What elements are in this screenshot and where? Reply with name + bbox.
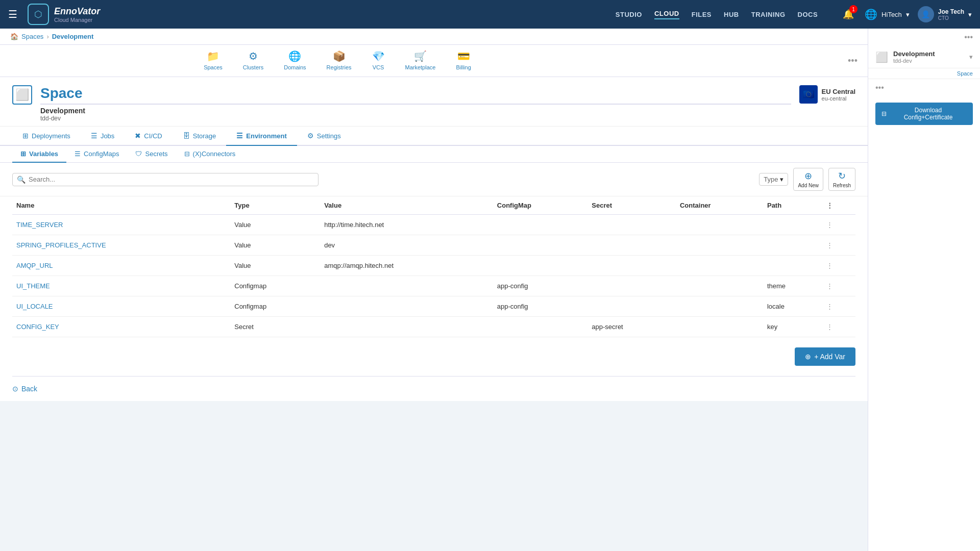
space-icon-clusters[interactable]: ⚙ Clusters	[233, 45, 274, 77]
tab-environment-label: Environment	[246, 132, 286, 140]
table-toolbar: 🔍 Type ▾ ⊕ Add New ↻ Refresh	[0, 163, 868, 196]
download-icon: ⊟	[881, 110, 887, 117]
cell-name[interactable]: UI_LOCALE	[12, 296, 230, 317]
space-icon-marketplace[interactable]: 🛒 Marketplace	[395, 45, 446, 77]
right-panel: ••• ⬜ Development tdd-dev ▾ Space ••• ⊟ …	[868, 29, 980, 401]
cell-path: key	[763, 317, 822, 337]
cell-menu[interactable]: ⋮	[822, 296, 855, 317]
user-menu[interactable]: 👤 Joe Tech CTO ▾	[918, 6, 972, 22]
breadcrumb-current[interactable]: Development	[52, 33, 94, 40]
table-row: TIME_SERVER Value http://time.hitech.net…	[12, 215, 855, 235]
search-input[interactable]	[29, 176, 314, 183]
col-menu[interactable]: ⋮	[822, 196, 855, 215]
add-new-label: Add New	[798, 183, 819, 188]
cell-configmap	[493, 235, 587, 256]
cell-value: dev	[320, 235, 493, 256]
cell-path: theme	[763, 276, 822, 296]
add-new-icon: ⊕	[804, 170, 812, 182]
cell-menu[interactable]: ⋮	[822, 317, 855, 337]
cell-menu[interactable]: ⋮	[822, 215, 855, 235]
tab-jobs[interactable]: ☰ Jobs	[81, 127, 125, 146]
cell-configmap	[493, 256, 587, 276]
subtab-variables[interactable]: ⊞ Variables	[12, 146, 66, 163]
right-panel-chevron-icon[interactable]: ▾	[969, 53, 973, 61]
table-header-row: Name Type Value ConfigMap Secret Contain…	[12, 196, 855, 215]
cell-type: Configmap	[230, 276, 320, 296]
cell-configmap: app-config	[493, 296, 587, 317]
subtab-configmaps-label: ConfigMaps	[84, 150, 119, 158]
table-row: UI_LOCALE Configmap app-config locale ⋮	[12, 296, 855, 317]
space-icon-registries[interactable]: 📦 Registries	[316, 45, 362, 77]
space-icon-vcs[interactable]: 💎 VCS	[362, 45, 395, 77]
notification-button[interactable]: 🔔 1	[840, 6, 856, 22]
logo-text: EnnoVator Cloud Manager	[54, 6, 100, 23]
space-title: Space	[40, 85, 791, 105]
refresh-icon: ↻	[838, 170, 846, 182]
tab-deployments[interactable]: ⊞ Deployments	[12, 127, 81, 146]
cell-menu[interactable]: ⋮	[822, 276, 855, 296]
right-panel-side-dots[interactable]: •••	[868, 79, 980, 96]
breadcrumb-separator: ›	[46, 33, 48, 40]
cell-name[interactable]: TIME_SERVER	[12, 215, 230, 235]
breadcrumb-spaces[interactable]: Spaces	[21, 33, 43, 40]
right-panel-dots[interactable]: •••	[868, 29, 980, 46]
subtab-secrets[interactable]: 🛡 Secrets	[127, 146, 176, 163]
col-configmap: ConfigMap	[493, 196, 587, 215]
hamburger-icon[interactable]: ☰	[8, 8, 17, 20]
cell-secret	[587, 256, 676, 276]
domains-label: Domains	[284, 64, 306, 70]
tab-storage[interactable]: 🗄 Storage	[173, 127, 227, 146]
nav-right: 🔔 1 🌐 HiTech ▾ 👤 Joe Tech CTO ▾	[840, 6, 972, 22]
space-icon-billing[interactable]: 💳 Billing	[446, 45, 481, 77]
cell-name[interactable]: SPRING_PROFILES_ACTIVE	[12, 235, 230, 256]
space-icon-domains[interactable]: 🌐 Domains	[274, 45, 316, 77]
space-icon-spaces[interactable]: 📁 Spaces	[193, 45, 233, 77]
tab-cicd[interactable]: ✖ CI/CD	[125, 127, 172, 146]
clusters-label: Clusters	[243, 64, 263, 70]
cell-name[interactable]: UI_THEME	[12, 276, 230, 296]
cell-value	[320, 296, 493, 317]
download-config-button[interactable]: ⊟ Download Config+Certificate	[875, 103, 973, 125]
cell-value: amqp://amqp.hitech.net	[320, 256, 493, 276]
subtab-configmaps[interactable]: ☰ ConfigMaps	[66, 146, 127, 163]
vcs-label: VCS	[373, 64, 384, 70]
cell-menu[interactable]: ⋮	[822, 235, 855, 256]
right-panel-space-name: Development	[893, 50, 935, 58]
cell-secret	[587, 296, 676, 317]
cell-name[interactable]: AMQP_URL	[12, 256, 230, 276]
variables-icon: ⊞	[20, 150, 26, 158]
cell-container	[676, 256, 763, 276]
nav-training[interactable]: TRAINING	[751, 11, 786, 18]
col-secret: Secret	[587, 196, 676, 215]
cell-type: Value	[230, 235, 320, 256]
type-dropdown[interactable]: Type ▾	[759, 173, 788, 186]
nav-docs[interactable]: DOCS	[798, 11, 818, 18]
cell-configmap	[493, 215, 587, 235]
user-name: Joe Tech	[938, 8, 964, 15]
cell-menu[interactable]: ⋮	[822, 256, 855, 276]
subtab-xconnectors[interactable]: ⊟ (X)Connectors	[176, 146, 244, 163]
cell-container	[676, 215, 763, 235]
right-panel-header: ⬜ Development tdd-dev ▾	[868, 46, 980, 68]
breadcrumb-home-icon[interactable]: 🏠	[10, 33, 18, 40]
tab-environment[interactable]: ☰ Environment	[226, 127, 297, 146]
refresh-button[interactable]: ↻ Refresh	[828, 168, 855, 191]
cell-container	[676, 235, 763, 256]
space-icons-more[interactable]: •••	[848, 56, 857, 66]
add-var-button[interactable]: ⊕ + Add Var	[795, 347, 855, 366]
back-button[interactable]: ⊙ Back	[12, 385, 37, 393]
nav-files[interactable]: FILES	[692, 11, 712, 18]
add-new-button[interactable]: ⊕ Add New	[793, 168, 823, 191]
nav-studio[interactable]: STUDIO	[616, 11, 642, 18]
tab-deployments-label: Deployments	[32, 132, 70, 140]
nav-cloud[interactable]: CLOUD	[654, 10, 679, 19]
vcs-icon: 💎	[372, 50, 385, 62]
type-label: Type	[764, 176, 778, 183]
search-box[interactable]: 🔍	[12, 173, 318, 186]
cell-name[interactable]: CONFIG_KEY	[12, 317, 230, 337]
org-name: HiTech	[881, 11, 902, 18]
tab-settings[interactable]: ⚙ Settings	[297, 127, 351, 146]
environment-icon: ☰	[236, 132, 243, 140]
nav-hub[interactable]: HUB	[724, 11, 739, 18]
org-selector[interactable]: 🌐 HiTech ▾	[865, 8, 910, 20]
